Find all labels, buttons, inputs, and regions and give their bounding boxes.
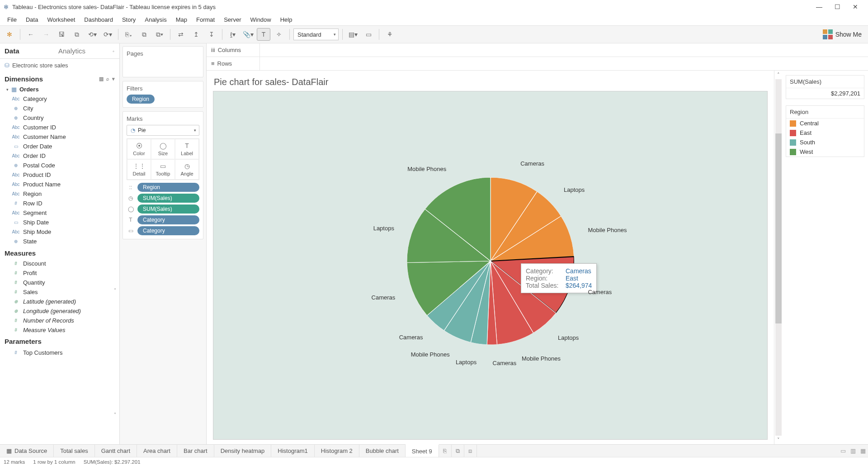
window-minimize-button[interactable]: —	[810, 0, 828, 14]
view-filmstrip-icon[interactable]: ▥	[848, 445, 858, 457]
menu-help[interactable]: Help	[276, 15, 297, 24]
show-me-button[interactable]: Show Me	[819, 29, 865, 39]
menu-format[interactable]: Format	[192, 15, 219, 24]
highlight-button[interactable]: ℓ▾	[226, 28, 240, 41]
view-tabs-icon[interactable]: ▭	[838, 445, 848, 457]
dim-field[interactable]: AbcCustomer ID	[0, 123, 119, 132]
autoupdate-button[interactable]: ⟲▾	[85, 28, 99, 41]
tableau-icon[interactable]: ✻	[3, 28, 16, 41]
window-close-button[interactable]: ✕	[846, 0, 864, 14]
dim-field[interactable]: ⊕Country	[0, 113, 119, 123]
duplicate-button[interactable]: ⧉	[137, 28, 151, 41]
legend-item[interactable]: South	[786, 138, 864, 147]
mark-pill[interactable]: ◯SUM(Sales)	[127, 204, 199, 214]
new-datasource-button[interactable]: ⧉	[70, 28, 84, 41]
menu-icon[interactable]: ▾	[112, 76, 115, 82]
measure-field[interactable]: #Quantity	[0, 278, 119, 287]
menu-file[interactable]: File	[3, 15, 21, 24]
dim-field[interactable]: AbcRegion	[0, 189, 119, 199]
dim-field[interactable]: ⊕Postal Code	[0, 161, 119, 170]
sheet-tab[interactable]: Gantt chart	[95, 445, 137, 457]
sheet-tab[interactable]: Density heatmap	[214, 445, 272, 457]
view-grid-icon[interactable]: ▦	[858, 445, 868, 457]
sort-desc-button[interactable]: ↧	[205, 28, 218, 41]
tab-analytics[interactable]: Analytics	[54, 43, 108, 58]
mark-pill[interactable]: ◷SUM(Sales)	[127, 194, 199, 203]
menu-analysis[interactable]: Analysis	[140, 15, 171, 24]
parameter-field[interactable]: #Top Customers	[0, 348, 119, 357]
mark-pill[interactable]: TCategory	[127, 215, 199, 224]
menu-dashboard[interactable]: Dashboard	[80, 15, 118, 24]
sheet-tab[interactable]: Total sales	[54, 445, 94, 457]
new-sheet-icon[interactable]: ⎘	[439, 445, 452, 457]
measure-field[interactable]: ⊕Longitude (generated)	[0, 306, 119, 316]
sheet-tab[interactable]: Sheet 9	[406, 444, 439, 457]
sheet-tab[interactable]: Histogram 2	[315, 445, 359, 457]
dim-field[interactable]: ⊕City	[0, 104, 119, 113]
mark-cell-color[interactable]: ⦿Color	[127, 139, 151, 159]
dim-field[interactable]: AbcCategory	[0, 94, 119, 104]
share-button[interactable]: ⚘	[383, 28, 396, 41]
back-button[interactable]: ←	[24, 28, 38, 41]
mark-cell-size[interactable]: ◯Size	[151, 139, 175, 159]
measure-field[interactable]: #Measure Values	[0, 325, 119, 335]
mark-type-dropdown[interactable]: ◔Pie	[127, 125, 199, 136]
mark-cell-detail[interactable]: ⋮⋮Detail	[127, 159, 151, 180]
window-maximize-button[interactable]: ☐	[828, 0, 846, 14]
dim-field[interactable]: AbcProduct Name	[0, 180, 119, 189]
dim-field[interactable]: ⊕State	[0, 237, 119, 246]
measure-field[interactable]: #Profit	[0, 268, 119, 278]
dim-field[interactable]: ▭Ship Date	[0, 218, 119, 227]
sheet-tab[interactable]: Area chart	[137, 445, 177, 457]
sheet-tab[interactable]: Bubble chart	[359, 445, 406, 457]
dim-field[interactable]: AbcOrder ID	[0, 151, 119, 161]
dim-field[interactable]: ▭Order Date	[0, 142, 119, 151]
menu-story[interactable]: Story	[118, 15, 140, 24]
dim-field[interactable]: #Row ID	[0, 199, 119, 208]
legend-item[interactable]: West	[786, 147, 864, 157]
legend-item[interactable]: Central	[786, 119, 864, 128]
chart-canvas[interactable]: Category:Cameras Region:East Total Sales…	[213, 91, 768, 440]
dim-field[interactable]: AbcProduct ID	[0, 170, 119, 180]
new-story-icon[interactable]: ⧈	[464, 445, 477, 457]
menu-window[interactable]: Window	[245, 15, 275, 24]
presentation-button[interactable]: ▭	[362, 28, 375, 41]
pie-chart[interactable]	[407, 177, 574, 345]
save-button[interactable]: 🖫	[55, 28, 68, 41]
pin-button[interactable]: ✧	[272, 28, 286, 41]
mark-cell-label[interactable]: TLabel	[175, 139, 199, 159]
legend-item[interactable]: East	[786, 128, 864, 138]
mark-pill[interactable]: ▭Category	[127, 226, 199, 235]
tab-data[interactable]: Data	[0, 43, 54, 58]
mark-pill[interactable]: ::Region	[127, 183, 199, 192]
measure-field[interactable]: #Discount	[0, 259, 119, 268]
menu-data[interactable]: Data	[21, 15, 42, 24]
data-source-name[interactable]: ⛁ Electronic store sales	[0, 59, 119, 72]
view-icon[interactable]: ▥	[99, 76, 104, 82]
dim-field[interactable]: AbcShip Mode	[0, 227, 119, 237]
dim-field[interactable]: AbcCustomer Name	[0, 132, 119, 142]
mark-cell-tooltip[interactable]: ▭Tooltip	[151, 159, 175, 180]
fit-dropdown[interactable]: Standard	[293, 29, 339, 40]
swap-button[interactable]: ⇄	[174, 28, 188, 41]
search-icon[interactable]: ⌕	[106, 76, 109, 82]
filter-pill-region[interactable]: Region	[127, 95, 155, 104]
labels-button[interactable]: T	[257, 28, 270, 41]
forward-button[interactable]: →	[39, 28, 53, 41]
measure-field[interactable]: #Number of Records	[0, 316, 119, 325]
menu-map[interactable]: Map	[171, 15, 192, 24]
measure-field[interactable]: #Sales	[0, 287, 119, 297]
new-worksheet-button[interactable]: ⎘▾	[122, 28, 136, 41]
scroll-down-icon[interactable]: ˅	[114, 412, 118, 417]
tab-close-icon[interactable]: ◦	[108, 43, 119, 58]
clear-button[interactable]: ⧉▾	[153, 28, 166, 41]
menu-server[interactable]: Server	[219, 15, 245, 24]
refresh-button[interactable]: ⟳▾	[101, 28, 114, 41]
group-button[interactable]: 📎▾	[241, 28, 255, 41]
menu-worksheet[interactable]: Worksheet	[42, 15, 80, 24]
scroll-up-icon[interactable]: ˄	[114, 288, 118, 293]
dim-table-orders[interactable]: ▾▦Orders	[0, 85, 119, 94]
sheet-tab[interactable]: Histogram1	[271, 445, 314, 457]
sort-asc-button[interactable]: ↥	[189, 28, 203, 41]
worksheet-title[interactable]: Pie chart for sales- DataFlair	[214, 77, 768, 87]
